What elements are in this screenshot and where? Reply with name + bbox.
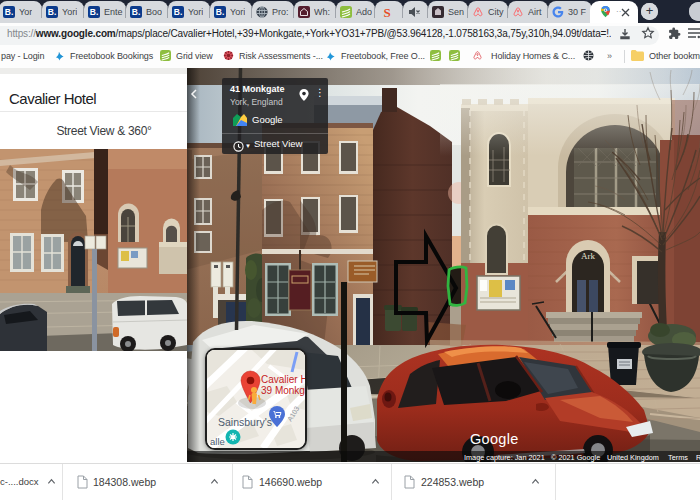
svg-text:39 Monkg: 39 Monkg xyxy=(261,385,305,396)
svg-text:Google: Google xyxy=(470,431,519,447)
svg-text:Sainsbury's: Sainsbury's xyxy=(218,416,272,428)
svg-text:Cavalier H: Cavalier H xyxy=(261,374,305,385)
svg-text:R: R xyxy=(696,453,700,462)
svg-text:© 2021 Google: © 2021 Google xyxy=(551,453,600,462)
svg-text:United Kingdom: United Kingdom xyxy=(607,453,659,462)
svg-text:S: S xyxy=(383,6,390,18)
svg-text:Ark: Ark xyxy=(581,251,595,261)
svg-text:alle: alle xyxy=(210,436,225,447)
svg-text:Image capture: Jan 2021: Image capture: Jan 2021 xyxy=(464,453,545,462)
svg-text:Terms: Terms xyxy=(668,453,688,462)
